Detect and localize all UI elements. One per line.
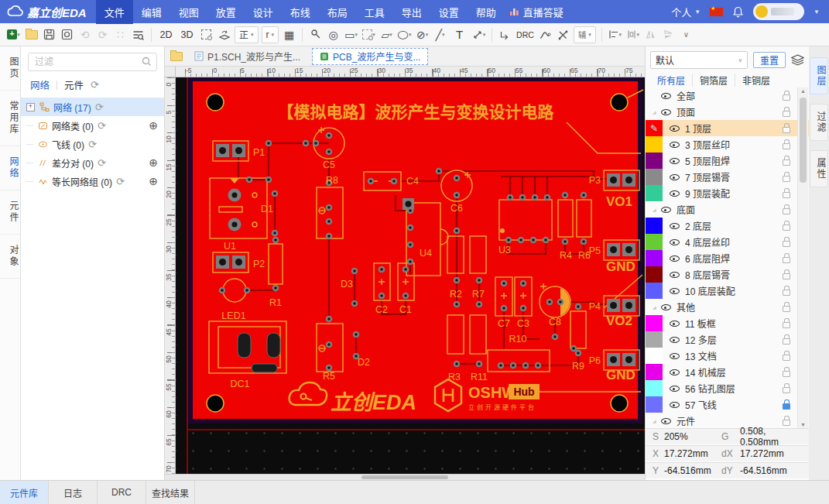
menu-item-0[interactable]: 文件: [96, 0, 133, 24]
new-design-button[interactable]: ▾: [5, 26, 22, 43]
refresh-icon[interactable]: ⟳: [91, 79, 99, 91]
project-folder-icon[interactable]: [170, 52, 183, 61]
polygon-tool-dropdown[interactable]: ▱▾: [379, 26, 395, 43]
ellipse-tool-dropdown[interactable]: ◯▾: [396, 26, 413, 43]
net-tree-item-0[interactable]: +网络 (17)⟳: [21, 98, 164, 116]
layer-color-chip[interactable]: [646, 218, 663, 234]
net-tree-item-3[interactable]: 差分对 (0)⟳⊕: [21, 153, 164, 172]
language-flag-icon[interactable]: [710, 8, 723, 16]
add-icon[interactable]: ⊕: [149, 175, 158, 187]
lock-icon[interactable]: [783, 204, 790, 214]
lock-icon[interactable]: [783, 139, 790, 149]
tab-nets[interactable]: 网络: [30, 77, 50, 92]
undo-button[interactable]: ⟲: [77, 26, 93, 43]
layers-tab-1[interactable]: 铜箔层: [693, 74, 735, 87]
visibility-eye-icon[interactable]: [660, 302, 672, 312]
layer-color-chip[interactable]: [646, 185, 663, 201]
menu-item-7[interactable]: 工具: [356, 0, 393, 24]
layer-row-group-13[interactable]: ◢其他: [646, 299, 809, 315]
view-3d-button[interactable]: 3D: [177, 26, 197, 43]
pin-tool-button[interactable]: [307, 26, 324, 43]
view-2d-button[interactable]: 2D: [156, 26, 176, 43]
lock-icon[interactable]: [783, 302, 790, 312]
group-caret-icon[interactable]: ◢: [653, 304, 660, 310]
layer-preset-select[interactable]: 默认 ∨: [650, 51, 748, 69]
layer-row-13[interactable]: 13 文档: [646, 348, 809, 364]
lock-icon[interactable]: [783, 253, 790, 263]
layer-color-chip[interactable]: [646, 380, 663, 396]
visibility-eye-icon[interactable]: [669, 367, 680, 377]
save-as-button[interactable]: [59, 26, 75, 43]
group-caret-icon[interactable]: ◢: [653, 207, 660, 212]
personal-menu[interactable]: 个人 ▼: [671, 5, 701, 19]
flip-horizontal-button[interactable]: [642, 26, 659, 43]
layer-color-chip[interactable]: [646, 396, 663, 413]
bottom-tab-3[interactable]: 查找结果: [146, 481, 195, 504]
layer-row-57[interactable]: 57 飞线: [646, 396, 809, 413]
menu-item-10[interactable]: 帮助: [468, 0, 505, 24]
visibility-eye-icon[interactable]: [669, 139, 680, 149]
left-tab-3[interactable]: 元件: [0, 190, 20, 235]
layer-row-2[interactable]: 2 底层: [646, 218, 809, 234]
lock-icon[interactable]: [783, 351, 790, 361]
aux-mode-dropdown[interactable]: 辅▾: [574, 26, 596, 43]
layer-color-chip[interactable]: [646, 283, 663, 299]
search-list-button[interactable]: [130, 26, 146, 43]
right-tab-2[interactable]: 属性: [810, 150, 828, 187]
net-tree-item-2[interactable]: 飞线 (0)⟳: [21, 135, 164, 153]
visibility-eye-icon[interactable]: [669, 172, 680, 182]
lock-icon[interactable]: [783, 107, 790, 117]
lock-icon[interactable]: [783, 383, 790, 393]
visibility-eye-icon[interactable]: [669, 123, 680, 133]
lock-icon[interactable]: [783, 221, 790, 231]
lock-icon[interactable]: [783, 123, 790, 133]
layer-color-chip[interactable]: [646, 331, 663, 348]
refresh-icon[interactable]: ⟳: [98, 120, 106, 132]
group-caret-icon[interactable]: ◢: [653, 109, 660, 115]
open-file-button[interactable]: [23, 26, 39, 43]
toolbar-more-chevron[interactable]: ∨: [678, 26, 694, 43]
visibility-eye-icon[interactable]: [669, 286, 680, 296]
left-tab-1[interactable]: 常用库: [0, 91, 20, 146]
layer-row-5[interactable]: 5 顶层阻焊: [646, 153, 809, 169]
layer-row-4[interactable]: 4 底层丝印: [646, 234, 809, 250]
pcb-canvas[interactable]: -5051015202530354045505560657075 0510152…: [165, 67, 645, 474]
menu-item-9[interactable]: 设置: [430, 0, 468, 24]
visibility-eye-icon[interactable]: [669, 383, 680, 393]
layer-list-scrollbar[interactable]: ▲ ▼: [797, 87, 808, 428]
bottom-tab-2[interactable]: DRC: [98, 481, 146, 504]
visibility-eye-icon[interactable]: [660, 91, 672, 101]
layer-row-group-1[interactable]: ◢顶面: [646, 104, 809, 120]
add-icon[interactable]: ⊕: [149, 119, 158, 132]
lock-icon[interactable]: [783, 156, 790, 166]
add-icon[interactable]: ⊕: [149, 156, 158, 169]
lock-icon[interactable]: [783, 91, 790, 101]
doc-tab-1[interactable]: PCB_波形产生与变...: [312, 48, 428, 65]
scroll-up-icon[interactable]: ▲: [798, 88, 808, 94]
horizontal-scrollbar[interactable]: [165, 474, 645, 480]
filter-input[interactable]: [28, 53, 157, 71]
scrollbar-thumb[interactable]: [361, 475, 448, 479]
visibility-eye-icon[interactable]: [669, 269, 680, 279]
visibility-eye-icon[interactable]: [660, 416, 672, 426]
layer-row-1[interactable]: ✎1 顶层: [646, 120, 809, 136]
layer-row-9[interactable]: 9 顶层装配: [646, 185, 809, 201]
reset-button[interactable]: 重置: [753, 52, 786, 68]
visibility-eye-icon[interactable]: [669, 237, 680, 247]
doc-tab-0[interactable]: P1.SCH_波形与产生...: [187, 47, 307, 66]
layer-color-chip[interactable]: [646, 364, 663, 380]
bottom-tab-0[interactable]: 元件库: [0, 481, 49, 504]
live-qa[interactable]: 直播答疑: [509, 5, 564, 19]
lock-icon[interactable]: [783, 237, 790, 247]
save-button[interactable]: [41, 26, 57, 43]
layer-row-12[interactable]: 12 多层: [646, 331, 809, 348]
flip-vertical-button[interactable]: [660, 26, 677, 43]
layer-color-chip[interactable]: [646, 169, 663, 185]
redo-button[interactable]: ⟳: [94, 26, 111, 43]
layer-color-chip[interactable]: [646, 250, 663, 266]
layer-color-chip[interactable]: [646, 153, 663, 169]
pad-tool-dropdown[interactable]: ▭▾: [343, 26, 359, 43]
refresh-icon[interactable]: ⟳: [116, 176, 125, 187]
visibility-eye-icon[interactable]: [660, 204, 672, 214]
grid-settings-button[interactable]: ▦: [281, 26, 297, 43]
